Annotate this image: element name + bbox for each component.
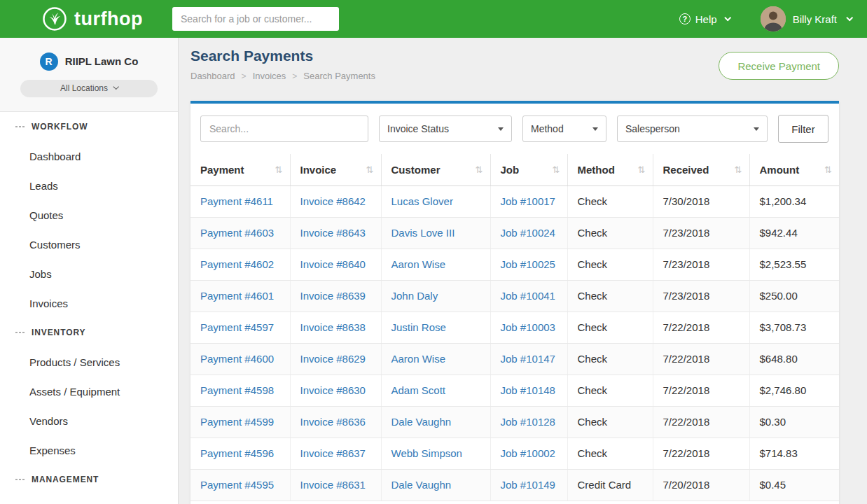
job-link[interactable]: Job #10003 bbox=[501, 321, 555, 333]
invoice-link[interactable]: Invoice #8642 bbox=[300, 195, 366, 207]
breadcrumb-invoices[interactable]: Invoices bbox=[253, 71, 286, 81]
sort-icon[interactable]: ⇅ bbox=[824, 164, 832, 175]
locations-dropdown[interactable]: All Locations bbox=[20, 80, 158, 97]
help-icon: ? bbox=[679, 13, 691, 24]
brand[interactable]: turfhop bbox=[42, 6, 143, 31]
amount-cell: $1,200.34 bbox=[749, 186, 839, 217]
user-menu[interactable]: Billy Kraft bbox=[761, 6, 852, 31]
nav-section-reports[interactable]: REPORTS bbox=[0, 494, 178, 504]
sort-icon[interactable]: ⇅ bbox=[366, 164, 374, 175]
invoice-link[interactable]: Invoice #8639 bbox=[300, 290, 366, 302]
payment-link[interactable]: Payment #4598 bbox=[200, 384, 274, 396]
sidebar-item-vendors[interactable]: Vendors bbox=[0, 406, 178, 435]
payment-link[interactable]: Payment #4600 bbox=[200, 353, 274, 365]
customer-link[interactable]: Davis Love III bbox=[391, 227, 455, 239]
job-link[interactable]: Job #10128 bbox=[501, 416, 555, 428]
sidebar-item-quotes[interactable]: Quotes bbox=[0, 200, 178, 230]
sort-icon[interactable]: ⇅ bbox=[735, 164, 742, 175]
sidebar-item-assets-equipment[interactable]: Assets / Equipment bbox=[0, 377, 178, 406]
payment-link[interactable]: Payment #4596 bbox=[200, 447, 274, 459]
table-search-input[interactable] bbox=[200, 115, 368, 142]
payment-link[interactable]: Payment #4595 bbox=[200, 479, 274, 491]
customer-link[interactable]: Aaron Wise bbox=[391, 353, 446, 365]
amount-cell: $942.44 bbox=[749, 217, 839, 248]
column-header-amount[interactable]: Amount⇅ bbox=[749, 154, 839, 186]
nav-section-inventory[interactable]: INVENTORY bbox=[0, 318, 178, 347]
payment-cell: Payment #4595 bbox=[190, 469, 290, 500]
global-search-input[interactable] bbox=[172, 7, 339, 31]
invoice-link[interactable]: Invoice #8637 bbox=[300, 447, 366, 459]
invoice-link[interactable]: Invoice #8638 bbox=[300, 321, 366, 333]
customer-link[interactable]: Adam Scott bbox=[391, 384, 446, 396]
payment-link[interactable]: Payment #4602 bbox=[200, 258, 274, 270]
breadcrumb-dashboard[interactable]: Dashboard bbox=[190, 71, 235, 81]
section-dashes-icon bbox=[15, 125, 25, 128]
salesperson-select[interactable]: Salesperson bbox=[617, 115, 768, 142]
invoice-status-select[interactable]: Invoice Status bbox=[379, 115, 512, 142]
invoice-link[interactable]: Invoice #8636 bbox=[300, 416, 366, 428]
customer-link[interactable]: Dale Vaughn bbox=[391, 416, 452, 428]
received-cell: 7/30/2018 bbox=[653, 186, 749, 217]
received-cell: 7/23/2018 bbox=[653, 280, 749, 312]
received-cell: 7/22/2018 bbox=[653, 406, 749, 438]
top-bar: turfhop ? Help Billy Kraft bbox=[0, 0, 867, 38]
received-cell: 7/22/2018 bbox=[653, 312, 749, 343]
nav-section-management[interactable]: MANAGEMENT bbox=[0, 465, 178, 494]
filters-bar: Invoice Status Method Salesperson Filter bbox=[190, 104, 839, 154]
table-row: Payment #4596 Invoice #8637 Webb Simpson… bbox=[190, 438, 839, 469]
invoice-cell: Invoice #8643 bbox=[290, 217, 381, 248]
sort-icon[interactable]: ⇅ bbox=[553, 164, 560, 175]
receive-payment-button[interactable]: Receive Payment bbox=[719, 52, 839, 80]
job-link[interactable]: Job #10149 bbox=[501, 479, 555, 491]
invoice-link[interactable]: Invoice #8629 bbox=[300, 353, 366, 365]
sidebar-item-customers[interactable]: Customers bbox=[0, 230, 178, 259]
job-link[interactable]: Job #10002 bbox=[501, 447, 555, 459]
sidebar-item-invoices[interactable]: Invoices bbox=[0, 288, 178, 318]
method-select[interactable]: Method bbox=[522, 115, 606, 142]
sort-icon[interactable]: ⇅ bbox=[638, 164, 646, 175]
payment-link[interactable]: Payment #4603 bbox=[200, 227, 274, 239]
sort-icon[interactable]: ⇅ bbox=[476, 164, 483, 175]
job-cell: Job #10148 bbox=[490, 374, 567, 406]
invoice-link[interactable]: Invoice #8640 bbox=[300, 258, 366, 270]
invoice-link[interactable]: Invoice #8631 bbox=[300, 479, 366, 491]
invoice-cell: Invoice #8642 bbox=[290, 186, 381, 217]
sidebar-item-dashboard[interactable]: Dashboard bbox=[0, 141, 178, 171]
sidebar-item-jobs[interactable]: Jobs bbox=[0, 259, 178, 288]
column-header-invoice[interactable]: Invoice⇅ bbox=[290, 154, 381, 186]
job-link[interactable]: Job #10148 bbox=[501, 384, 555, 396]
sidebar-item-products-services[interactable]: Products / Services bbox=[0, 347, 178, 377]
job-link[interactable]: Job #10025 bbox=[501, 258, 555, 270]
column-header-payment[interactable]: Payment⇅ bbox=[190, 154, 290, 186]
job-link[interactable]: Job #10024 bbox=[501, 227, 555, 239]
payment-link[interactable]: Payment #4601 bbox=[200, 290, 274, 302]
column-header-job[interactable]: Job⇅ bbox=[490, 154, 567, 186]
customer-link[interactable]: Webb Simpson bbox=[391, 447, 462, 459]
customer-link[interactable]: Aaron Wise bbox=[391, 258, 446, 270]
sidebar-item-leads[interactable]: Leads bbox=[0, 171, 178, 200]
page-head: Search Payments Dashboard > Invoices > S… bbox=[190, 48, 839, 81]
help-menu[interactable]: ? Help bbox=[679, 13, 730, 25]
job-link[interactable]: Job #10147 bbox=[501, 353, 555, 365]
customer-link[interactable]: John Daly bbox=[391, 290, 438, 302]
payment-link[interactable]: Payment #4611 bbox=[200, 195, 273, 207]
sort-icon[interactable]: ⇅ bbox=[275, 164, 283, 175]
column-header-received[interactable]: Received⇅ bbox=[653, 154, 749, 186]
customer-link[interactable]: Lucas Glover bbox=[391, 195, 453, 207]
column-header-customer[interactable]: Customer⇅ bbox=[381, 154, 490, 186]
invoice-link[interactable]: Invoice #8630 bbox=[300, 384, 366, 396]
customer-link[interactable]: Justin Rose bbox=[391, 321, 446, 333]
payment-link[interactable]: Payment #4597 bbox=[200, 321, 274, 333]
sidebar: R RIIPL Lawn Co All Locations WORKFLOW D… bbox=[0, 38, 179, 504]
sidebar-item-expenses[interactable]: Expenses bbox=[0, 435, 178, 465]
payment-link[interactable]: Payment #4599 bbox=[200, 416, 274, 428]
job-link[interactable]: Job #10017 bbox=[501, 195, 555, 207]
invoice-link[interactable]: Invoice #8643 bbox=[300, 227, 366, 239]
nav-section-workflow[interactable]: WORKFLOW bbox=[0, 112, 178, 141]
method-cell: Check bbox=[567, 217, 653, 248]
customer-link[interactable]: Dale Vaughn bbox=[391, 479, 452, 491]
customer-cell: Adam Scott bbox=[381, 374, 490, 406]
column-header-method[interactable]: Method⇅ bbox=[567, 154, 653, 186]
job-link[interactable]: Job #10041 bbox=[501, 290, 555, 302]
filter-button[interactable]: Filter bbox=[778, 115, 828, 143]
